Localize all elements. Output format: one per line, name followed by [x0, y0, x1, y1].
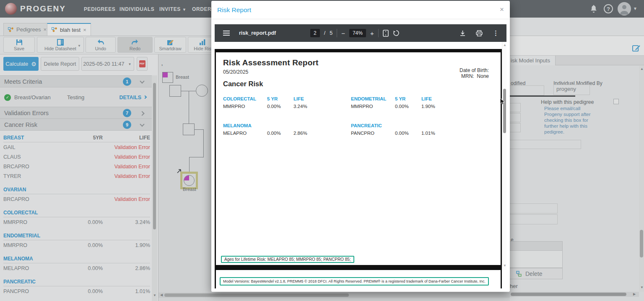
pdf-risk-model-row: MMRPRO0.00%3.24%	[223, 103, 336, 110]
scroll-down-icon[interactable]: ▼	[503, 264, 506, 268]
pdf-risk-grid: COLORECTAL5 YRLIFEMMRPRO0.00%3.24%MELANO…	[223, 95, 491, 137]
pdf-risk-category: ENDOMETRIAL	[351, 96, 395, 101]
pdf-page-input[interactable]: 2	[310, 29, 320, 37]
pdf-col-life: LIFE	[421, 96, 464, 101]
page-boundary	[215, 49, 502, 52]
scroll-up-icon[interactable]: ▲	[503, 44, 506, 47]
pdf-page-3: Model Versions: BayesMendel v2.1.8, PREM…	[215, 270, 502, 288]
pdf-model-name: MELAPRO	[223, 131, 267, 136]
pdf-model-name: PANCPRO	[351, 131, 395, 136]
patient-meta: Date of Birth: MRN: None	[460, 67, 489, 79]
pdf-life-value: 1.90%	[421, 104, 464, 109]
modal-title: Risk Report	[217, 6, 251, 14]
pdf-life-value: 1.01%	[421, 131, 464, 136]
download-icon[interactable]	[460, 30, 466, 36]
rotate-icon[interactable]	[393, 30, 400, 36]
pdf-5yr-value: 0.00%	[395, 131, 421, 136]
print-icon[interactable]	[476, 30, 483, 36]
page-separator: /	[324, 30, 325, 36]
page-boundary	[215, 265, 502, 270]
pdf-filename: risk_report.pdf	[239, 30, 276, 36]
dob-label: Date of Birth:	[460, 67, 489, 73]
pdf-viewer: risk_report.pdf 2 / 5 − 74% +	[215, 24, 506, 288]
pdf-risk-model-row: MMRPRO0.00%1.90%	[351, 103, 464, 110]
pdf-risk-group-header: COLORECTAL5 YRLIFE	[223, 95, 336, 103]
modal-close-icon[interactable]: ×	[500, 5, 504, 14]
fit-page-icon[interactable]	[383, 30, 389, 37]
pdf-col-5yr: 5 YR	[267, 96, 293, 101]
lifetime-ages-footnote: Ages for Lifetime Risk: MELAPRO 85; MMRP…	[221, 256, 354, 263]
spacer	[351, 110, 464, 122]
cancer-risk-heading: Cancer Risk	[223, 80, 263, 88]
pdf-5yr-value: 0.00%	[395, 104, 421, 109]
pdf-page-2: Risk Assessment Report 05/20/2025 Date o…	[215, 52, 502, 265]
pdf-col-5yr: 5 YR	[395, 96, 421, 101]
report-title: Risk Assessment Report	[223, 58, 319, 67]
pdf-life-value: 3.24%	[293, 104, 336, 109]
pdf-toolbar: risk_report.pdf 2 / 5 − 74% +	[215, 24, 506, 42]
zoom-out-icon[interactable]: −	[341, 30, 345, 37]
pdf-risk-group-header: ENDOMETRIAL5 YRLIFE	[351, 95, 464, 103]
pdf-risk-group-header: PANCREATIC	[351, 122, 464, 129]
pdf-scrollbar[interactable]: ▲ ▼	[502, 42, 506, 270]
app-root: PROGENY PEDIGREES INDIVIDUALS INVITES▼ O…	[0, 0, 644, 301]
model-versions-note: Model Versions: BayesMendel v2.1.8, PREM…	[220, 277, 489, 286]
pdf-risk-category: COLORECTAL	[223, 96, 267, 101]
pdf-model-name: MMRPRO	[351, 104, 395, 109]
toolbar-divider	[378, 29, 379, 37]
zoom-in-icon[interactable]: +	[370, 30, 374, 37]
pdf-risk-col-right: ENDOMETRIAL5 YRLIFEMMRPRO0.00%1.90%PANCR…	[351, 95, 464, 137]
toolbar-divider	[337, 29, 337, 37]
pdf-page-total: 5	[330, 30, 332, 36]
pdf-risk-group-header: MELANOMA	[223, 122, 336, 129]
report-date: 05/20/2025	[223, 69, 248, 75]
scrollbar-thumb[interactable]	[503, 89, 506, 133]
pdf-risk-model-row: MELAPRO0.00%2.86%	[223, 129, 336, 137]
pdf-risk-category: MELANOMA	[223, 123, 267, 128]
mrn-value: None	[477, 73, 489, 79]
modal-header: Risk Report ×	[211, 1, 510, 19]
pdf-col-life: LIFE	[293, 96, 336, 101]
pdf-5yr-value: 0.00%	[267, 104, 293, 109]
pdf-risk-col-left: COLORECTAL5 YRLIFEMMRPRO0.00%3.24%MELANO…	[223, 95, 336, 137]
more-options-icon[interactable]: ⋮	[493, 29, 499, 37]
pdf-risk-category: PANCREATIC	[351, 123, 395, 128]
pdf-menu-icon[interactable]	[223, 29, 230, 37]
pdf-5yr-value: 0.00%	[267, 131, 293, 136]
risk-report-modal: Risk Report × risk_report.pdf 2 / 5 − 74…	[211, 1, 510, 292]
spacer	[223, 110, 336, 122]
mrn-label: MRN:	[461, 73, 474, 79]
pdf-life-value: 2.86%	[293, 131, 336, 136]
pdf-risk-model-row: PANCPRO0.00%1.01%	[351, 129, 464, 137]
pdf-zoom-level[interactable]: 74%	[349, 29, 366, 37]
pdf-view-area[interactable]: Risk Assessment Report 05/20/2025 Date o…	[215, 42, 506, 288]
pdf-model-name: MMRPRO	[223, 104, 267, 109]
